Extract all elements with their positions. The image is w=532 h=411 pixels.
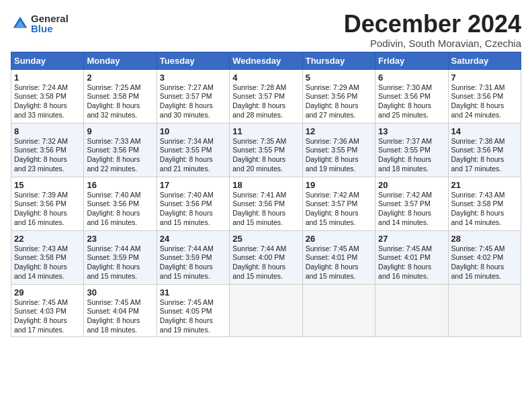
- calendar-week-row: 8Sunrise: 7:32 AMSunset: 3:56 PMDaylight…: [11, 123, 521, 177]
- day-info: Sunset: 3:58 PM: [451, 199, 518, 209]
- day-info: Sunrise: 7:41 AM: [232, 191, 299, 200]
- day-number: 25: [232, 234, 299, 244]
- header-sunday: Sunday: [11, 52, 84, 69]
- calendar-cell: 22Sunrise: 7:43 AMSunset: 3:58 PMDayligh…: [11, 230, 84, 284]
- day-info: and 14 minutes.: [14, 272, 81, 281]
- calendar-cell: 5Sunrise: 7:29 AMSunset: 3:56 PMDaylight…: [302, 69, 375, 123]
- day-info: Sunrise: 7:37 AM: [378, 137, 445, 146]
- day-info: Sunrise: 7:33 AM: [87, 137, 153, 146]
- day-info: and 16 minutes.: [87, 218, 153, 228]
- calendar-cell: 4Sunrise: 7:28 AMSunset: 3:57 PMDaylight…: [230, 69, 302, 123]
- day-info: Sunrise: 7:30 AM: [378, 83, 445, 93]
- day-info: Daylight: 8 hours: [232, 209, 299, 218]
- day-number: 9: [87, 126, 153, 136]
- calendar-cell: [448, 284, 521, 337]
- logo: General Blue: [11, 13, 69, 34]
- day-info: Sunset: 4:01 PM: [378, 253, 445, 263]
- day-number: 29: [14, 287, 81, 298]
- day-info: Sunset: 3:55 PM: [232, 146, 299, 155]
- day-info: Daylight: 8 hours: [306, 155, 372, 165]
- calendar-cell: [230, 284, 302, 337]
- day-info: Daylight: 8 hours: [14, 263, 81, 272]
- calendar-cell: 2Sunrise: 7:25 AMSunset: 3:58 PMDaylight…: [84, 69, 157, 123]
- calendar-week-row: 22Sunrise: 7:43 AMSunset: 3:58 PMDayligh…: [11, 230, 521, 284]
- day-info: and 25 minutes.: [378, 111, 445, 120]
- day-info: Daylight: 8 hours: [14, 101, 81, 111]
- day-info: Sunset: 3:57 PM: [306, 199, 372, 209]
- day-info: Daylight: 8 hours: [87, 316, 153, 326]
- day-number: 27: [378, 234, 445, 244]
- day-info: Daylight: 8 hours: [451, 101, 518, 111]
- day-info: and 20 minutes.: [232, 165, 299, 174]
- day-number: 5: [306, 73, 372, 83]
- day-info: Daylight: 8 hours: [87, 209, 153, 218]
- day-info: and 18 minutes.: [378, 165, 445, 174]
- day-info: Daylight: 8 hours: [378, 263, 445, 272]
- day-number: 31: [160, 287, 226, 298]
- day-number: 12: [306, 126, 372, 136]
- day-info: and 15 minutes.: [306, 218, 372, 228]
- day-info: and 15 minutes.: [232, 272, 299, 281]
- day-info: Sunrise: 7:45 AM: [451, 244, 518, 254]
- day-number: 10: [160, 126, 226, 136]
- calendar-cell: 1Sunrise: 7:24 AMSunset: 3:58 PMDaylight…: [11, 69, 84, 123]
- day-info: Daylight: 8 hours: [87, 101, 153, 111]
- calendar-cell: 20Sunrise: 7:42 AMSunset: 3:57 PMDayligh…: [375, 177, 448, 230]
- day-info: Sunrise: 7:34 AM: [160, 137, 226, 146]
- day-info: and 16 minutes.: [378, 272, 445, 281]
- day-info: and 15 minutes.: [306, 272, 372, 281]
- title-block: December 2024 Podivin, South Moravian, C…: [344, 11, 521, 49]
- day-info: Sunrise: 7:44 AM: [232, 244, 299, 254]
- day-info: Sunset: 4:01 PM: [306, 253, 372, 263]
- day-info: Sunset: 3:59 PM: [160, 253, 226, 263]
- day-number: 30: [87, 287, 153, 298]
- day-info: and 19 minutes.: [306, 165, 372, 174]
- day-info: and 15 minutes.: [87, 272, 153, 281]
- day-info: Sunset: 3:58 PM: [14, 92, 81, 101]
- day-info: and 17 minutes.: [451, 165, 518, 174]
- day-info: Daylight: 8 hours: [232, 155, 299, 165]
- weekday-header-row: Sunday Monday Tuesday Wednesday Thursday…: [11, 52, 521, 69]
- calendar-cell: 19Sunrise: 7:42 AMSunset: 3:57 PMDayligh…: [302, 177, 375, 230]
- day-info: Daylight: 8 hours: [451, 263, 518, 272]
- day-number: 14: [451, 126, 518, 136]
- calendar-cell: 18Sunrise: 7:41 AMSunset: 3:56 PMDayligh…: [230, 177, 302, 230]
- day-info: Daylight: 8 hours: [87, 263, 153, 272]
- day-info: Sunrise: 7:42 AM: [378, 191, 445, 200]
- day-info: Sunrise: 7:45 AM: [14, 298, 81, 308]
- calendar-cell: [375, 284, 448, 337]
- day-info: and 16 minutes.: [14, 218, 81, 228]
- day-info: Sunrise: 7:43 AM: [14, 244, 81, 254]
- calendar-cell: 14Sunrise: 7:38 AMSunset: 3:56 PMDayligh…: [448, 123, 521, 177]
- day-info: and 16 minutes.: [451, 272, 518, 281]
- day-info: Sunrise: 7:45 AM: [160, 298, 226, 308]
- day-info: Daylight: 8 hours: [160, 316, 226, 326]
- calendar-week-row: 15Sunrise: 7:39 AMSunset: 3:56 PMDayligh…: [11, 177, 521, 230]
- day-number: 4: [232, 73, 299, 83]
- day-info: Sunrise: 7:40 AM: [87, 191, 153, 200]
- day-number: 15: [14, 180, 81, 190]
- day-info: Daylight: 8 hours: [232, 263, 299, 272]
- calendar-cell: 6Sunrise: 7:30 AMSunset: 3:56 PMDaylight…: [375, 69, 448, 123]
- header-monday: Monday: [84, 52, 157, 69]
- calendar-cell: [302, 284, 375, 337]
- calendar-cell: 27Sunrise: 7:45 AMSunset: 4:01 PMDayligh…: [375, 230, 448, 284]
- day-info: Sunrise: 7:39 AM: [14, 191, 81, 200]
- day-info: Sunrise: 7:42 AM: [306, 191, 372, 200]
- day-info: and 23 minutes.: [14, 165, 81, 174]
- day-info: Daylight: 8 hours: [378, 209, 445, 218]
- day-info: Sunset: 3:55 PM: [160, 146, 226, 155]
- day-info: Sunset: 3:58 PM: [14, 253, 81, 263]
- day-info: Sunset: 3:58 PM: [87, 92, 153, 101]
- day-info: and 19 minutes.: [160, 326, 226, 335]
- calendar-cell: 16Sunrise: 7:40 AMSunset: 3:56 PMDayligh…: [84, 177, 157, 230]
- calendar-cell: 17Sunrise: 7:40 AMSunset: 3:56 PMDayligh…: [157, 177, 229, 230]
- day-info: Sunset: 3:56 PM: [232, 199, 299, 209]
- day-info: and 17 minutes.: [14, 326, 81, 335]
- day-info: Daylight: 8 hours: [378, 155, 445, 165]
- day-info: Sunrise: 7:25 AM: [87, 83, 153, 93]
- calendar-cell: 7Sunrise: 7:31 AMSunset: 3:56 PMDaylight…: [448, 69, 521, 123]
- day-info: Sunset: 3:56 PM: [14, 146, 81, 155]
- day-info: Sunset: 4:00 PM: [232, 253, 299, 263]
- calendar-cell: 10Sunrise: 7:34 AMSunset: 3:55 PMDayligh…: [157, 123, 229, 177]
